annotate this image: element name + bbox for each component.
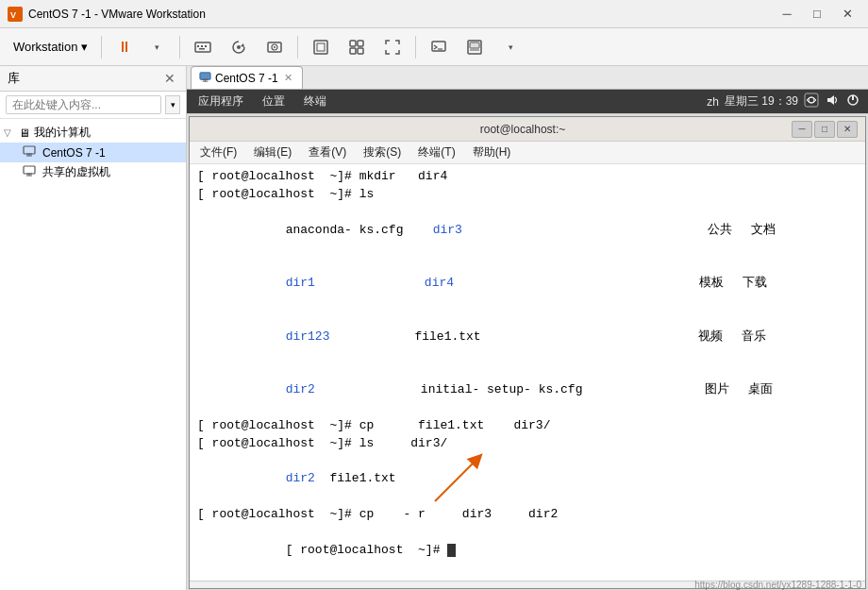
vm-menu-apps[interactable]: 应用程序: [194, 92, 247, 111]
sidebar-item-centos[interactable]: CentOS 7 -1: [0, 143, 186, 162]
output-dir123: dir123: [286, 329, 330, 344]
terminal-menu-edit[interactable]: 编辑(E): [251, 143, 294, 162]
terminal-minimize-button[interactable]: ─: [792, 121, 812, 138]
svg-rect-17: [358, 48, 363, 54]
svg-rect-23: [24, 146, 35, 154]
pause-button[interactable]: ⏸: [109, 34, 140, 60]
tab-centos[interactable]: CentOS 7 -1 ✕: [191, 66, 303, 89]
snapshot-icon: [266, 39, 283, 56]
shared-vms-icon: [23, 164, 36, 180]
sidebar-item-shared-vms[interactable]: 共享的虚拟机: [0, 162, 186, 182]
fit-window-button[interactable]: [306, 34, 336, 60]
svg-rect-21: [470, 42, 479, 48]
maximize-button[interactable]: □: [804, 5, 830, 24]
output-video: 视频: [698, 329, 723, 344]
fit-icon: [312, 39, 329, 56]
gui-dropdown-button[interactable]: ▾: [495, 34, 526, 60]
snapshot-button[interactable]: [259, 34, 290, 60]
sidebar-tree: ▽ 🖥 我的计算机 CentOS 7 -1: [0, 119, 186, 590]
close-button[interactable]: ✕: [834, 5, 860, 24]
pause-dropdown-button[interactable]: ▾: [142, 34, 172, 60]
terminal-menu-terminal[interactable]: 终端(T): [415, 143, 458, 162]
sidebar-header: 库 ✕: [0, 66, 186, 92]
svg-point-8: [237, 45, 241, 49]
vm-menu-terminal[interactable]: 终端: [300, 92, 330, 111]
tab-label: CentOS 7 -1: [215, 72, 278, 85]
terminal-body[interactable]: [ root@localhost ~]# mkdir dir4 [ root@l…: [190, 164, 865, 581]
output-dir2-2: dir2: [286, 471, 315, 485]
terminal-menu-help[interactable]: 帮助(H): [470, 143, 514, 162]
vm-icon: [23, 144, 36, 160]
vm-clock: 星期三 19：39: [725, 93, 798, 110]
terminal-window: root@localhost:~ ─ □ ✕ 文件(F) 编辑(E) 查看(V)…: [189, 116, 866, 589]
svg-rect-15: [358, 41, 363, 46]
svg-marker-7: [241, 43, 244, 47]
title-text: CentOS 7 -1 - VMware Workstation: [28, 8, 206, 21]
vm-power-icon: [845, 93, 860, 110]
svg-rect-4: [201, 45, 203, 47]
output-initialsetup: initial- setup- ks.cfg: [421, 382, 583, 396]
output-template: 模板: [699, 276, 724, 290]
svg-rect-12: [314, 41, 327, 54]
console-icon: [430, 39, 447, 56]
terminal-line-7: [ root@localhost ~]# cp file1.txt dir3/: [197, 417, 858, 435]
unity-icon: [348, 39, 365, 56]
keyboard-icon: [194, 39, 211, 56]
terminal-prompt-last: [ root@localhost ~]#: [286, 543, 448, 557]
gui-button[interactable]: [459, 34, 490, 60]
workstation-menu-button[interactable]: Workstation ▾: [8, 37, 93, 57]
toolbar-separator-4: [415, 36, 416, 59]
fullscreen-button[interactable]: [377, 34, 408, 60]
workstation-dropdown-icon: ▾: [81, 40, 88, 54]
toolbar: Workstation ▾ ⏸ ▾: [0, 28, 868, 66]
output-dir3: dir3: [433, 223, 462, 237]
output-music: 音乐: [742, 329, 766, 344]
terminal-line-9: dir2 file1.txt: [197, 453, 858, 507]
terminal-menu-view[interactable]: 查看(V): [306, 143, 349, 162]
svg-rect-16: [350, 48, 356, 54]
console-button[interactable]: [424, 34, 454, 60]
terminal-maximize-button[interactable]: □: [814, 121, 835, 138]
output-file1: file1.txt: [414, 329, 480, 344]
terminal-line-2: [ root@localhost ~]# ls: [197, 186, 858, 204]
minimize-button[interactable]: ─: [774, 5, 800, 24]
output-picture: 图片: [705, 382, 729, 396]
sidebar-title: 库: [8, 70, 20, 87]
output-public: 公共: [708, 223, 732, 237]
revert-snapshot-button[interactable]: [224, 34, 254, 60]
sidebar-search-input[interactable]: [6, 95, 161, 114]
tab-vm-icon: [199, 71, 211, 85]
svg-rect-6: [199, 48, 205, 50]
terminal-line-6: dir2initial- setup- ks.cfg图片桌面: [197, 363, 858, 417]
vm-tab-bar: CentOS 7 -1 ✕: [187, 66, 868, 90]
sidebar: 库 ✕ ▾ ▽ 🖥 我的计算机: [0, 66, 187, 590]
output-download: 下载: [743, 276, 767, 290]
terminal-close-button[interactable]: ✕: [837, 121, 858, 138]
vm-area: 应用程序 位置 终端 zh 星期三 19：39: [187, 90, 868, 590]
vm-menu-location[interactable]: 位置: [259, 92, 289, 111]
terminal-menu-search[interactable]: 搜索(S): [360, 143, 404, 162]
tab-close-button[interactable]: ✕: [284, 72, 292, 84]
output-file1-2: file1.txt: [329, 471, 395, 485]
unity-button[interactable]: [342, 34, 372, 60]
terminal-line-10: [ root@localhost ~]# cp - r dir3 dir2: [197, 506, 858, 524]
terminal-menu-file[interactable]: 文件(F): [197, 143, 240, 162]
svg-point-11: [274, 46, 275, 48]
sidebar-item-my-computer[interactable]: ▽ 🖥 我的计算机: [0, 123, 186, 143]
svg-rect-27: [24, 166, 35, 174]
svg-rect-14: [350, 41, 356, 46]
output-dir1: dir1: [286, 276, 315, 290]
sidebar-search-area: ▾: [0, 92, 186, 119]
terminal-title: root@localhost:~: [254, 123, 792, 136]
computer-icon: 🖥: [19, 126, 30, 140]
terminal-line-5: dir123file1.txt视频音乐: [197, 311, 858, 364]
terminal-bottom-bar: https://blog.csdn.net/yx1289-1288-1-1-0: [190, 581, 865, 588]
send-ctrl-alt-del-button[interactable]: [188, 34, 218, 60]
terminal-line-3: anaconda- ks.cfg dir3公共文档: [197, 204, 858, 258]
sidebar-search-dropdown-button[interactable]: ▾: [165, 95, 180, 114]
terminal-line-11: [ root@localhost ~]#: [197, 524, 858, 578]
vm-desktop-menubar: 应用程序 位置 终端 zh 星期三 19：39: [187, 90, 868, 114]
toolbar-separator-3: [297, 36, 298, 59]
sidebar-close-button[interactable]: ✕: [161, 70, 178, 87]
pause-icon: ⏸: [117, 39, 132, 56]
